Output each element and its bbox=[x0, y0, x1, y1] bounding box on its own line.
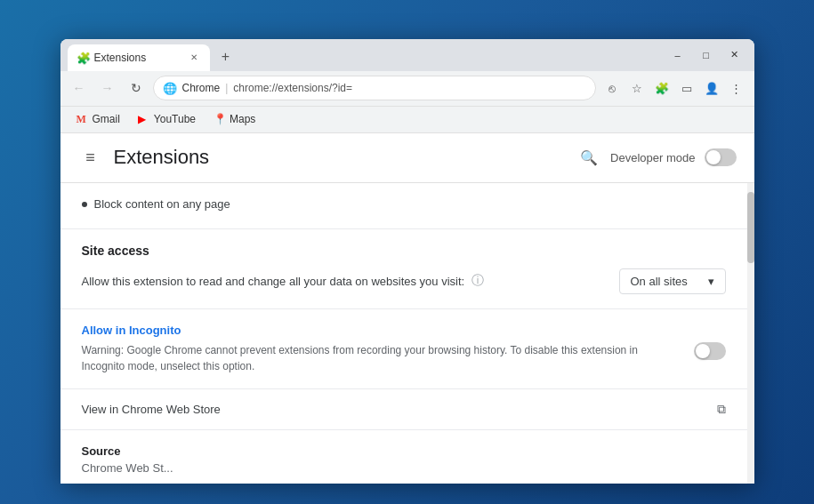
scrollbar-track[interactable] bbox=[747, 183, 754, 484]
site-access-section: Site access Allow this extension to read… bbox=[60, 229, 747, 309]
share-button[interactable]: ⎋ bbox=[601, 77, 623, 99]
bullet-dot bbox=[82, 202, 87, 207]
site-access-dropdown[interactable]: On all sites ▾ bbox=[619, 268, 726, 294]
title-bar: 🧩 Extensions ✕ + – □ ✕ bbox=[60, 39, 754, 71]
address-bar: ← → ↻ 🌐 Chrome | chrome://extensions/?id… bbox=[60, 71, 754, 107]
source-label: Source bbox=[82, 444, 726, 458]
maximize-button[interactable]: □ bbox=[694, 46, 719, 64]
url-bar[interactable]: 🌐 Chrome | chrome://extensions/?id= bbox=[153, 76, 596, 100]
bullet-text: Block content on any page bbox=[94, 197, 230, 211]
browser-tab[interactable]: 🧩 Extensions ✕ bbox=[68, 44, 210, 71]
incognito-toggle[interactable] bbox=[694, 342, 726, 360]
extensions-page: ≡ Extensions 🔍 Developer mode Block cont… bbox=[60, 133, 754, 484]
extensions-menu-button[interactable]: 🧩 bbox=[651, 77, 673, 99]
developer-mode-label: Developer mode bbox=[610, 151, 695, 164]
menu-toggle-button[interactable]: ≡ bbox=[78, 145, 103, 170]
back-button[interactable]: ← bbox=[68, 76, 91, 100]
incognito-row: Warning: Google Chrome cannot prevent ex… bbox=[82, 342, 726, 374]
webstore-section[interactable]: View in Chrome Web Store ⧉ bbox=[60, 389, 747, 430]
access-description: Allow this extension to read and change … bbox=[82, 275, 465, 288]
url-separator: | bbox=[225, 82, 228, 94]
bullet-item: Block content on any page bbox=[82, 197, 726, 211]
bookmark-youtube-label: YouTube bbox=[154, 113, 196, 125]
incognito-title: Allow in Incognito bbox=[82, 324, 726, 337]
bookmark-youtube[interactable]: ▶ YouTube bbox=[131, 110, 203, 128]
tab-label: Extensions bbox=[94, 52, 181, 64]
bookmarks-bar: M Gmail ▶ YouTube 📍 Maps bbox=[60, 107, 754, 133]
extensions-header: ≡ Extensions 🔍 Developer mode bbox=[60, 133, 754, 183]
search-icon: 🔍 bbox=[580, 149, 598, 166]
site-icon: 🌐 bbox=[163, 82, 177, 95]
gmail-icon: M bbox=[77, 113, 89, 125]
bookmark-button[interactable]: ☆ bbox=[626, 77, 648, 99]
ext-content: Block content on any page Site access Al… bbox=[60, 183, 754, 484]
search-extensions-button[interactable]: 🔍 bbox=[576, 145, 601, 170]
chrome-menu-button[interactable]: ⋮ bbox=[726, 77, 747, 99]
youtube-icon: ▶ bbox=[138, 113, 150, 125]
browser-window: 🧩 Extensions ✕ + – □ ✕ ← → ↻ 🌐 Chrome | … bbox=[60, 39, 754, 484]
dropdown-arrow-icon: ▾ bbox=[708, 275, 714, 288]
window-controls: – □ ✕ bbox=[665, 46, 747, 64]
url-path: chrome://extensions/?id= bbox=[233, 82, 352, 94]
bookmark-gmail-label: Gmail bbox=[93, 113, 120, 125]
bookmark-maps[interactable]: 📍 Maps bbox=[206, 110, 262, 128]
sidebar-button[interactable]: ▭ bbox=[676, 77, 697, 99]
new-tab-button[interactable]: + bbox=[214, 44, 238, 69]
url-site-name: Chrome bbox=[182, 82, 221, 94]
tab-favicon: 🧩 bbox=[77, 52, 89, 64]
url-actions: ⎋ ☆ 🧩 ▭ 👤 ⋮ bbox=[601, 77, 747, 99]
bookmark-maps-label: Maps bbox=[230, 113, 255, 125]
ext-main: Block content on any page Site access Al… bbox=[60, 183, 747, 484]
profile-button[interactable]: 👤 bbox=[701, 77, 722, 99]
external-link-icon: ⧉ bbox=[717, 402, 726, 417]
source-section: Source Chrome Web St... bbox=[60, 430, 747, 484]
dropdown-value: On all sites bbox=[631, 275, 688, 288]
webstore-label: View in Chrome Web Store bbox=[82, 403, 717, 416]
incognito-section: Allow in Incognito Warning: Google Chrom… bbox=[60, 309, 747, 389]
developer-mode-toggle[interactable] bbox=[705, 148, 737, 166]
source-value: Chrome Web St... bbox=[82, 461, 726, 475]
site-access-label: Site access bbox=[82, 244, 726, 258]
incognito-description: Warning: Google Chrome cannot prevent ex… bbox=[82, 342, 683, 374]
minimize-button[interactable]: – bbox=[665, 46, 690, 64]
bookmark-gmail[interactable]: M Gmail bbox=[69, 110, 127, 128]
header-right: 🔍 Developer mode bbox=[576, 145, 736, 170]
scrollbar-thumb[interactable] bbox=[747, 192, 754, 263]
page-title: Extensions bbox=[114, 146, 567, 169]
tab-close-button[interactable]: ✕ bbox=[187, 51, 201, 65]
bullet-section: Block content on any page bbox=[60, 183, 747, 229]
maps-icon: 📍 bbox=[214, 113, 226, 125]
access-row: Allow this extension to read and change … bbox=[82, 268, 726, 294]
close-button[interactable]: ✕ bbox=[722, 46, 747, 64]
refresh-button[interactable]: ↻ bbox=[125, 76, 148, 100]
help-icon[interactable]: ⓘ bbox=[471, 273, 484, 289]
forward-button[interactable]: → bbox=[96, 76, 119, 100]
